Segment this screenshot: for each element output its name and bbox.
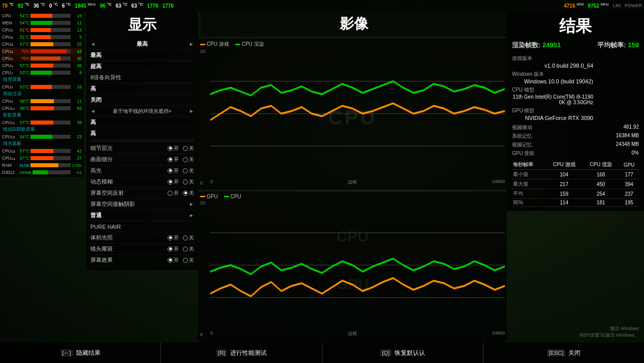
cpu4-val2: 44: [72, 49, 82, 54]
setting-row-3: 超高: [90, 61, 194, 72]
cpu14-row: CPU₁₄ 57°C 27: [2, 155, 82, 162]
stats-table-header: 每秒帧率 CPU 游戏 CPU 渲染 GPU: [512, 160, 639, 170]
screen-effects-off[interactable]: 关: [183, 257, 194, 264]
se-off-label: 关: [189, 257, 194, 264]
screen-effects-label: 屏幕效果: [90, 256, 113, 264]
stat-temp4: 0 °C: [49, 2, 58, 9]
yaxis2-bot: 0: [200, 332, 210, 337]
cpu3-row: CPU₃ 57°C 25: [2, 41, 82, 48]
setting-row-5: 关闭: [90, 95, 194, 106]
col-cpu-game-label: CPU 游戏: [545, 160, 582, 170]
sscs-row[interactable]: 屏幕空间接触阴影 ►: [90, 199, 194, 210]
cpu2-bar: [30, 35, 51, 39]
driver-label: 视频驱动: [512, 124, 532, 131]
cpu12-bar: [30, 135, 52, 139]
cpu8-val2: 16: [72, 84, 82, 89]
cpu5-label: CPU₅: [2, 56, 18, 61]
tessellation-on[interactable]: 开: [168, 156, 179, 163]
cpu9-bar: [30, 99, 54, 103]
run-benchmark-btn[interactable]: [R] 进行性能测试: [161, 343, 322, 363]
lens-flare-off[interactable]: 关: [183, 246, 194, 253]
min-cpu-render: 168: [583, 170, 619, 179]
p95-label: 95%: [512, 199, 545, 207]
stat-temp6: 96 °C: [100, 2, 112, 9]
ssr-on[interactable]: 开: [168, 190, 179, 197]
detail-lod-on[interactable]: 开: [168, 145, 179, 152]
screen-effects-on[interactable]: 开: [168, 257, 179, 264]
setting-row-7: 高: [90, 128, 194, 139]
activate-line1: 激活 Windows: [579, 325, 639, 332]
mem-val2: 11: [72, 20, 82, 25]
cpu7-bar-bg: [30, 71, 71, 75]
lens-flare-label: 镜头耀斑: [90, 245, 113, 253]
cpu3-bar-bg: [30, 42, 71, 46]
d3-bar: [33, 170, 48, 174]
restore-defaults-btn[interactable]: [Q] 恢复默认认: [323, 343, 484, 363]
render-frames-stat: 渲染帧数: 24951: [512, 41, 561, 50]
charts-area: CPU 游戏 CPU 渲染 CPU 20 0: [198, 11, 507, 343]
driver-val: 461.92: [623, 124, 639, 130]
setting-row-4: 高: [90, 83, 194, 95]
radio-on-dot: [168, 146, 173, 151]
result-panel: 结果 渲染帧数: 24951 平均帧率: 159 游戏版本 v1.0 build…: [507, 11, 644, 211]
chart2-inner: CPU GPU 20 0 0 边框 24950: [200, 200, 505, 337]
highlight-row: 高光 开 关: [90, 165, 194, 176]
max-cpu-game: 217: [545, 179, 582, 189]
chart1-grid: [210, 49, 505, 178]
close-btn[interactable]: [ESC] 关闭: [484, 343, 644, 363]
avg-cpu-render: 254: [583, 189, 619, 199]
cpu1-bar: [30, 28, 51, 32]
sscs-arrow2[interactable]: ►: [189, 213, 194, 218]
col-fps-label: 每秒帧率: [512, 160, 545, 170]
arrow-left-1[interactable]: ◄: [90, 41, 95, 47]
cpu7-val2: 8: [72, 70, 82, 75]
highlight-off[interactable]: 关: [183, 167, 194, 174]
radio-off-label: 关: [189, 145, 194, 152]
cpu12-row: CPU₁₂ 54°C 23: [2, 133, 82, 140]
vid-mem-val: 24348 MB: [616, 141, 639, 147]
cpu9-val2: 11: [72, 99, 82, 104]
highlight-on[interactable]: 开: [168, 167, 179, 174]
cpu6-bar-bg: [30, 64, 71, 68]
volumetric-on[interactable]: 开: [168, 234, 179, 241]
tessellation-radio: 开 关: [168, 156, 194, 163]
arrow-left-2[interactable]: ◄: [90, 108, 95, 114]
hide-results-btn[interactable]: [←] 隐藏结果: [0, 343, 161, 363]
stat-val1: 1776: [147, 3, 158, 9]
ssr-off[interactable]: 关: [183, 190, 194, 197]
stat-temp2: 92 °C: [18, 2, 29, 9]
setting-val-1: 最高: [137, 40, 148, 48]
arrow-right-2[interactable]: ►: [189, 108, 194, 114]
cpu-row-main: CPU 54°C 16: [2, 12, 82, 19]
mblur-off-dot: [183, 179, 188, 185]
tessellation-off[interactable]: 关: [183, 156, 194, 163]
ram-val: 91790: [19, 164, 29, 167]
mem-bar: [30, 21, 52, 25]
sscs-arrow[interactable]: ►: [189, 201, 194, 207]
volumetric-off[interactable]: 关: [183, 234, 194, 241]
setting-val-5: 关闭: [90, 96, 102, 104]
min-cpu-game: 104: [545, 170, 582, 179]
cpu-bar: [30, 14, 52, 18]
cpu6-val: 57°C: [19, 63, 29, 68]
setting-row-resolution[interactable]: ◄ 最高 ►: [90, 39, 194, 50]
avg-cpu-game: 159: [545, 189, 582, 199]
cpu-model-val: 11th Gen Intel(R) Core(TM) i9-11900K @ 3…: [512, 94, 593, 105]
display-settings-panel: 显示 ◄ 最高 ► 最高 超高 8倍各向异性 高 关闭 ◄ 基于地平线的环境光遮…: [86, 11, 198, 270]
detail-lod-off[interactable]: 关: [183, 145, 194, 152]
cpu1-val: 51°C: [19, 27, 29, 33]
yaxis2-top: 20: [200, 200, 210, 205]
cpu5-val2: 30: [72, 56, 82, 61]
se-off-dot: [183, 258, 188, 263]
legend-cpu-game-label: CPU 游戏: [207, 41, 229, 48]
motion-blur-on[interactable]: 开: [168, 178, 179, 186]
cpu3-val: 57°C: [19, 42, 29, 47]
cpu13-val2: 42: [72, 148, 82, 154]
arrow-right-1[interactable]: ►: [189, 41, 194, 47]
lens-flare-on[interactable]: 开: [168, 246, 179, 253]
setting-row-hbao[interactable]: ◄ 基于地平线的环境光遮挡+ ►: [90, 106, 194, 117]
highlight-off-label: 关: [189, 167, 194, 174]
motion-blur-off[interactable]: 关: [183, 178, 194, 186]
legend-gpu-dot: [200, 196, 205, 197]
stat-lim: LIM: [613, 3, 621, 8]
